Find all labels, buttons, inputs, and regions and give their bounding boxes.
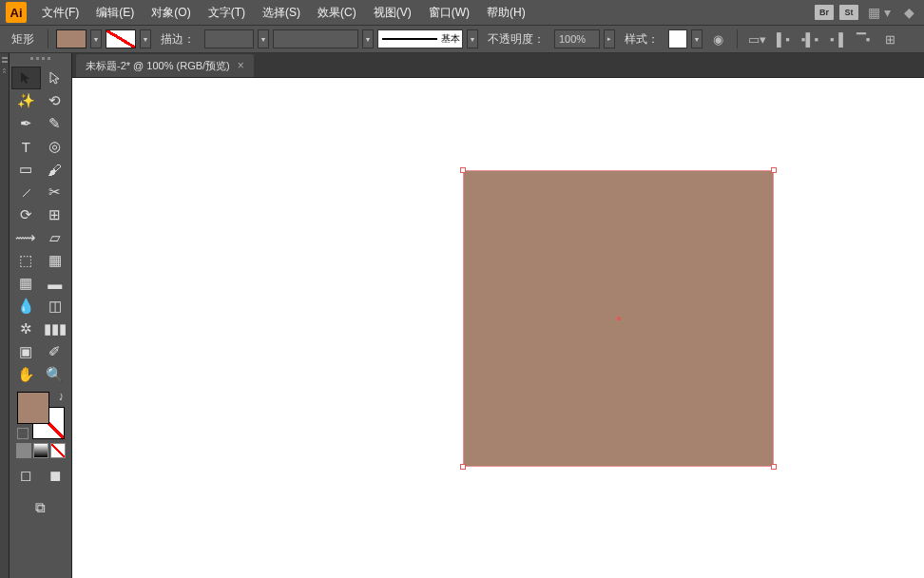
resize-handle-bottom-right[interactable]: [771, 464, 777, 470]
gradient-tool[interactable]: ▬: [41, 272, 70, 295]
width-tool[interactable]: ⟿: [11, 226, 41, 249]
scissors-tool[interactable]: ✂: [41, 181, 70, 203]
graphic-style-swatch[interactable]: [668, 29, 687, 48]
document-tabs: 未标题-2* @ 100% (RGB/预览) ×: [72, 53, 924, 78]
menu-select[interactable]: 选择(S): [255, 2, 308, 24]
variable-width-dropdown[interactable]: ▼: [362, 29, 374, 48]
collapsed-panel-left[interactable]: ‹‹: [0, 53, 10, 578]
draw-normal-icon[interactable]: ◻: [11, 464, 41, 487]
mesh-tool[interactable]: ▦: [11, 272, 41, 295]
stroke-weight-field[interactable]: [204, 29, 254, 48]
curvature-tool[interactable]: ✎: [41, 112, 70, 135]
align-to-icon[interactable]: ▭▾: [745, 28, 768, 50]
brush-dropdown[interactable]: ▼: [467, 29, 478, 48]
fill-swatch[interactable]: [56, 29, 87, 48]
color-mode-icon[interactable]: [16, 443, 31, 458]
bridge-icon[interactable]: Br: [815, 5, 834, 20]
menu-window[interactable]: 窗口(W): [421, 2, 477, 24]
free-transform-tool[interactable]: ▱: [41, 226, 70, 249]
resize-handle-top-right[interactable]: [771, 167, 777, 173]
opacity-dropdown[interactable]: ▸: [604, 29, 615, 48]
selection-type-label: 矩形: [6, 31, 40, 48]
fill-color-box[interactable]: [17, 392, 49, 424]
style-label: 样式：: [619, 31, 664, 48]
align-left-icon[interactable]: ▌▪: [772, 28, 795, 50]
reflect-tool[interactable]: ⊞: [41, 203, 70, 226]
shaper-tool[interactable]: ⟋: [11, 181, 41, 203]
screen-mode-icon[interactable]: ⧉: [26, 496, 55, 519]
menu-help[interactable]: 帮助(H): [479, 2, 533, 24]
menu-object[interactable]: 对象(O): [144, 2, 198, 24]
none-mode-icon[interactable]: [50, 443, 66, 458]
stroke-label: 描边：: [155, 31, 201, 48]
stroke-dropdown[interactable]: ▼: [140, 29, 151, 48]
canvas[interactable]: [72, 78, 924, 578]
menu-type[interactable]: 文字(T): [201, 2, 253, 24]
document-area: 未标题-2* @ 100% (RGB/预览) ×: [72, 53, 924, 578]
align-right-icon[interactable]: ▪▐: [825, 28, 848, 50]
blend-tool[interactable]: ◫: [41, 295, 70, 318]
document-tab[interactable]: 未标题-2* @ 100% (RGB/预览) ×: [76, 54, 254, 77]
stroke-weight-dropdown[interactable]: ▼: [258, 29, 269, 48]
brush-definition[interactable]: 基本: [377, 29, 463, 48]
fill-dropdown[interactable]: ▼: [90, 29, 102, 48]
paintbrush-tool[interactable]: 🖌: [41, 158, 70, 181]
document-tab-title: 未标题-2* @ 100% (RGB/预览): [86, 59, 230, 73]
hand-tool[interactable]: ✋: [11, 363, 41, 386]
align-center-icon[interactable]: ▪▌▪: [799, 28, 821, 50]
fill-stroke-control: ⤸: [11, 392, 69, 458]
selected-rectangle-shape[interactable]: [464, 171, 773, 466]
gradient-mode-icon[interactable]: [33, 443, 48, 458]
magic-wand-tool[interactable]: ✨: [11, 89, 41, 112]
opacity-field[interactable]: 100%: [554, 29, 600, 48]
style-dropdown[interactable]: ▼: [691, 29, 703, 48]
arrange-documents-icon[interactable]: ▦ ▾: [864, 5, 895, 20]
default-fill-stroke-icon[interactable]: [17, 428, 29, 439]
symbol-sprayer-tool[interactable]: ✲: [11, 318, 41, 340]
variable-width-profile[interactable]: [273, 29, 358, 48]
center-point-icon: [617, 317, 621, 320]
type-tool[interactable]: T: [11, 135, 41, 158]
swap-fill-stroke-icon[interactable]: ⤸: [57, 392, 65, 402]
shape-builder-tool[interactable]: ⬚: [11, 249, 41, 272]
menu-effect[interactable]: 效果(C): [310, 2, 364, 24]
column-graph-tool[interactable]: ▮▮▮: [41, 318, 70, 340]
resize-handle-bottom-left[interactable]: [460, 464, 466, 470]
divider: [48, 29, 48, 48]
toolbox: ✨ ⟲ ✒ ✎ T ◎ ▭ 🖌 ⟋ ✂ ⟳ ⊞ ⟿ ▱ ⬚ ▦: [10, 53, 72, 578]
close-tab-icon[interactable]: ×: [238, 59, 244, 72]
menu-edit[interactable]: 编辑(E): [88, 2, 142, 24]
opacity-label: 不透明度：: [482, 31, 550, 48]
selection-tool[interactable]: [11, 67, 41, 89]
menubar: Ai 文件(F) 编辑(E) 对象(O) 文字(T) 选择(S) 效果(C) 视…: [0, 0, 924, 25]
control-bar: 矩形 ▼ ▼ 描边： ▼ ▼ 基本 ▼ 不透明度： 100% ▸ 样式： ▼ ◉…: [0, 25, 924, 53]
artboard-tool[interactable]: ▣: [11, 340, 41, 363]
rotate-tool[interactable]: ⟳: [11, 203, 41, 226]
touch-type-tool[interactable]: ◎: [41, 135, 70, 158]
divider: [737, 29, 738, 48]
draw-behind-icon[interactable]: ◼: [41, 464, 70, 487]
eyedropper-tool[interactable]: 💧: [11, 295, 41, 318]
slice-tool[interactable]: ✐: [41, 340, 70, 363]
align-top-icon[interactable]: ▔▪: [852, 28, 875, 50]
pen-tool[interactable]: ✒: [11, 112, 41, 135]
recolor-icon[interactable]: ◉: [706, 28, 729, 50]
lasso-tool[interactable]: ⟲: [41, 89, 70, 112]
menu-view[interactable]: 视图(V): [366, 2, 419, 24]
direct-selection-tool[interactable]: [41, 67, 70, 89]
rectangle-tool[interactable]: ▭: [11, 158, 41, 181]
gpu-icon[interactable]: ◆: [900, 5, 918, 20]
zoom-tool[interactable]: 🔍: [41, 363, 70, 386]
transform-icon[interactable]: ⊞: [878, 28, 901, 50]
menu-file[interactable]: 文件(F): [34, 2, 87, 24]
app-logo: Ai: [6, 2, 27, 23]
stroke-swatch[interactable]: [106, 29, 136, 48]
perspective-grid-tool[interactable]: ▦: [41, 249, 70, 272]
resize-handle-top-left[interactable]: [460, 167, 466, 173]
stock-icon[interactable]: St: [839, 5, 858, 20]
